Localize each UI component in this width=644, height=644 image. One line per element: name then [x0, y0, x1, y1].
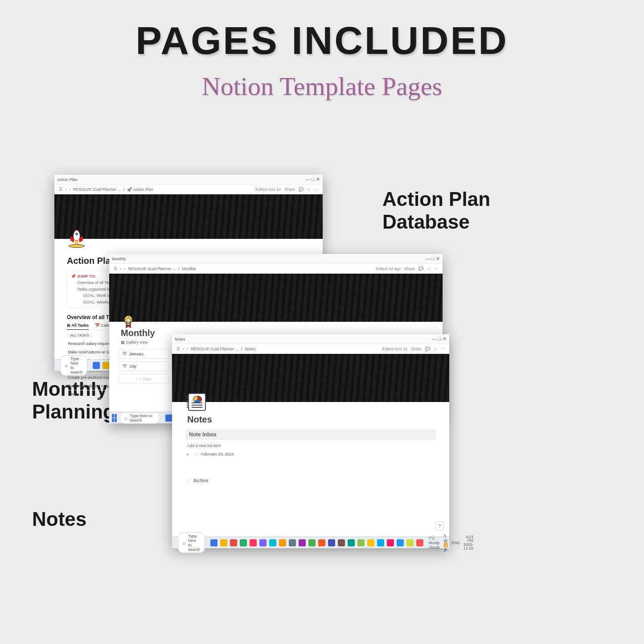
breadcrumb-page[interactable]: Notes: [245, 347, 255, 351]
page-icon-achievement[interactable]: [121, 314, 136, 329]
tab-all-tasks[interactable]: ⊞ All Tasks: [67, 323, 89, 330]
taskbar-app-icon[interactable]: [289, 539, 296, 546]
taskbar-app-icon[interactable]: [299, 539, 306, 546]
breadcrumb: ☰ ‹ › RESOLVE Goal Planner ... / Notes E…: [172, 344, 449, 354]
sidebar-toggle-icon[interactable]: ☰: [59, 187, 62, 192]
chat-icon[interactable]: 💬: [299, 187, 304, 192]
sidebar-toggle-icon[interactable]: ☰: [114, 267, 117, 271]
nav-back-icon[interactable]: ‹: [65, 187, 66, 192]
cover-image: [54, 194, 323, 239]
taskbar-app-icon[interactable]: [416, 539, 423, 546]
taskbar-search[interactable]: Type here to search: [119, 412, 160, 424]
taskbar-app-icon[interactable]: [367, 539, 374, 546]
taskbar-app-icon[interactable]: [240, 539, 247, 546]
add-month-card[interactable]: + New: [118, 374, 168, 384]
breadcrumb-page[interactable]: Monthly: [182, 267, 196, 271]
breadcrumb-root[interactable]: RESOLVE Goal Planner ...: [73, 187, 121, 192]
add-list-item[interactable]: Add a new list item: [185, 442, 436, 450]
taskbar-app-icon[interactable]: [348, 539, 355, 546]
chat-icon[interactable]: 💬: [418, 267, 423, 271]
edited-label: Edited Nov 12: [255, 187, 281, 192]
page-icon-rocket[interactable]: [67, 229, 86, 249]
taskbar-app-icon[interactable]: [93, 362, 100, 369]
month-card[interactable]: July: [118, 361, 168, 371]
start-button[interactable]: [175, 539, 175, 547]
nav-back-icon[interactable]: ‹: [120, 267, 121, 271]
subtitle: Notion Template Pages: [0, 71, 644, 101]
view-gallery[interactable]: ▦ Gallery view: [121, 340, 148, 345]
breadcrumb: ☰ ‹ › RESOLVE Goal Planner ... / Monthly…: [109, 264, 443, 274]
taskbar-app-icon[interactable]: [279, 539, 286, 546]
taskbar-app-icon[interactable]: [103, 362, 110, 369]
taskbar-apps[interactable]: [210, 539, 423, 546]
taskbar: Type here to search 7°C Mostly cloudy ᐱ …: [172, 537, 449, 548]
titlebar: Notes — □ ✕: [172, 334, 449, 344]
breadcrumb-page[interactable]: 🚀 Action Plan: [127, 187, 153, 192]
taskbar-app-icon[interactable]: [230, 539, 237, 546]
taskbar-app-icon[interactable]: [308, 539, 316, 546]
taskbar-app-icon[interactable]: [397, 539, 404, 546]
taskbar-app-icon[interactable]: [210, 539, 217, 546]
star-icon[interactable]: [427, 267, 431, 271]
nav-fwd-icon[interactable]: ›: [187, 347, 188, 351]
titlebar: Monthly — □ ✕: [109, 254, 443, 264]
taskbar-app-icon[interactable]: [357, 539, 365, 546]
nav-back-icon[interactable]: ‹: [183, 347, 184, 351]
taskbar-app-icon[interactable]: [377, 539, 384, 546]
taskbar-app-icon[interactable]: [259, 539, 267, 546]
taskbar-app-icon[interactable]: [387, 539, 394, 546]
archive-link[interactable]: Archive: [185, 478, 436, 483]
taskbar-app-icon[interactable]: [338, 539, 345, 546]
cover-image: [109, 274, 443, 322]
titlebar: Action Plan — □ ✕: [54, 175, 323, 185]
note-inbox-heading: Note Inbox: [185, 429, 436, 440]
share-button[interactable]: Share: [404, 267, 415, 271]
star-icon[interactable]: [434, 347, 437, 351]
list-item[interactable]: February 29, 2024: [185, 450, 436, 459]
share-button[interactable]: Share: [284, 187, 295, 192]
taskbar-clock[interactable]: 9:13 PM2023-11-16: [464, 535, 473, 550]
start-button[interactable]: [112, 414, 117, 422]
window-notes: Notes — □ ✕ ☰ ‹ › RESOLVE Goal Planner .…: [172, 334, 449, 548]
taskbar-search[interactable]: Type here to search: [178, 533, 205, 553]
chat-icon[interactable]: 💬: [425, 347, 430, 351]
start-button[interactable]: [57, 361, 57, 369]
more-icon[interactable]: [441, 347, 445, 351]
taskbar-app-icon[interactable]: [318, 539, 325, 546]
taskbar-app-icon[interactable]: [328, 539, 335, 546]
star-icon[interactable]: [307, 187, 311, 192]
more-icon[interactable]: [314, 187, 318, 192]
taskbar-search[interactable]: Type here to search: [60, 355, 87, 376]
month-card[interactable]: January: [118, 349, 168, 359]
taskbar-app-icon[interactable]: [269, 539, 276, 546]
share-button[interactable]: Share: [411, 347, 422, 351]
group-chip[interactable]: ALL TASKS: [67, 333, 93, 338]
tab-title: Notes: [175, 337, 432, 341]
window-controls[interactable]: — □ ✕: [425, 256, 440, 262]
taskbar-app-icon[interactable]: [406, 539, 414, 546]
scroll-top-button[interactable]: ?: [435, 521, 444, 530]
tab-title: Monthly: [112, 257, 425, 261]
window-controls[interactable]: — □ ✕: [305, 176, 320, 182]
more-icon[interactable]: [434, 267, 438, 271]
window-controls[interactable]: — □ ✕: [432, 336, 447, 342]
taskbar-app-icon[interactable]: [165, 414, 172, 422]
breadcrumb-root[interactable]: RESOLVE Goal Planner ...: [191, 347, 238, 351]
svg-marker-2: [126, 324, 131, 328]
main-title: PAGES INCLUDED: [0, 18, 644, 63]
taskbar-app-icon[interactable]: [220, 539, 227, 546]
tray-icons[interactable]: ᐱ ⏻ 📶 🔊: [443, 534, 448, 552]
page-icon-notebook[interactable]: [187, 392, 207, 412]
label-notes: Notes: [32, 508, 86, 531]
edited-label: Edited 4d ago: [376, 267, 401, 271]
sidebar-toggle-icon[interactable]: ☰: [176, 347, 180, 351]
ime-icon[interactable]: ENG: [452, 541, 460, 545]
jump-label: JUMP TO:: [77, 274, 96, 279]
breadcrumb-root[interactable]: RESOLVE Goal Planner ...: [128, 267, 176, 271]
taskbar-app-icon[interactable]: [250, 539, 257, 546]
weather-widget[interactable]: 7°C Mostly cloudy: [429, 536, 440, 550]
note-inbox-list: Add a new list item February 29, 2024: [185, 442, 436, 459]
nav-fwd-icon[interactable]: ›: [124, 267, 125, 271]
label-action-plan: Action PlanDatabase: [382, 188, 490, 233]
nav-fwd-icon[interactable]: ›: [69, 187, 70, 192]
